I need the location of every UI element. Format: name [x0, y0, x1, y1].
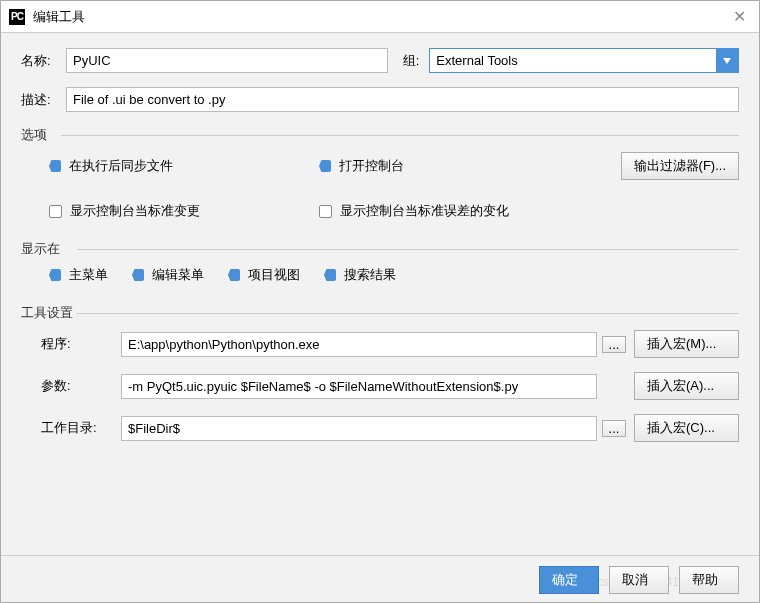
close-icon[interactable]: ✕	[727, 7, 751, 26]
group-label: 组:	[403, 52, 420, 70]
args-input[interactable]	[121, 374, 597, 399]
project-view-check[interactable]: 项目视图	[248, 266, 300, 284]
footer: blog.csdn.net/qq_41291730 确定 取消 帮助	[1, 555, 759, 603]
tag-icon	[132, 269, 144, 281]
workdir-browse-button[interactable]: ...	[602, 420, 626, 437]
sync-files-check[interactable]: 在执行后同步文件	[69, 157, 173, 175]
checkbox-icon[interactable]	[319, 205, 332, 218]
group-value: External Tools	[430, 49, 716, 72]
program-browse-button[interactable]: ...	[602, 336, 626, 353]
checkbox-icon[interactable]	[49, 205, 62, 218]
tag-icon	[319, 160, 331, 172]
tag-icon	[49, 160, 61, 172]
tag-icon	[324, 269, 336, 281]
cancel-button[interactable]: 取消	[609, 566, 669, 594]
program-input[interactable]	[121, 332, 597, 357]
section-show-in: 显示在	[21, 240, 739, 258]
insert-macro-c-button[interactable]: 插入宏(C)...	[634, 414, 739, 442]
tag-icon	[49, 269, 61, 281]
open-console-check[interactable]: 打开控制台	[339, 157, 404, 175]
main-menu-check[interactable]: 主菜单	[69, 266, 108, 284]
show-stderr-label: 显示控制台当标准误差的变化	[340, 202, 509, 220]
titlebar: PC 编辑工具 ✕	[1, 1, 759, 33]
workdir-input[interactable]	[121, 416, 597, 441]
workdir-label: 工作目录:	[41, 419, 121, 437]
section-tool-settings: 工具设置	[21, 304, 739, 322]
args-label: 参数:	[41, 377, 121, 395]
output-filter-button[interactable]: 输出过滤器(F)...	[621, 152, 739, 180]
search-results-check[interactable]: 搜索结果	[344, 266, 396, 284]
desc-input[interactable]	[66, 87, 739, 112]
name-input[interactable]	[66, 48, 388, 73]
desc-label: 描述:	[21, 91, 66, 109]
insert-macro-a-button[interactable]: 插入宏(A)...	[634, 372, 739, 400]
group-combo[interactable]: External Tools	[429, 48, 739, 73]
name-label: 名称:	[21, 52, 66, 70]
edit-menu-check[interactable]: 编辑菜单	[152, 266, 204, 284]
help-button[interactable]: 帮助	[679, 566, 739, 594]
ok-button[interactable]: 确定	[539, 566, 599, 594]
chevron-down-icon[interactable]	[716, 49, 738, 72]
window-title: 编辑工具	[33, 8, 727, 26]
show-stdout-label: 显示控制台当标准变更	[70, 202, 200, 220]
section-options: 选项	[21, 126, 739, 144]
tag-icon	[228, 269, 240, 281]
program-label: 程序:	[41, 335, 121, 353]
insert-macro-m-button[interactable]: 插入宏(M)...	[634, 330, 739, 358]
app-icon: PC	[9, 9, 25, 25]
